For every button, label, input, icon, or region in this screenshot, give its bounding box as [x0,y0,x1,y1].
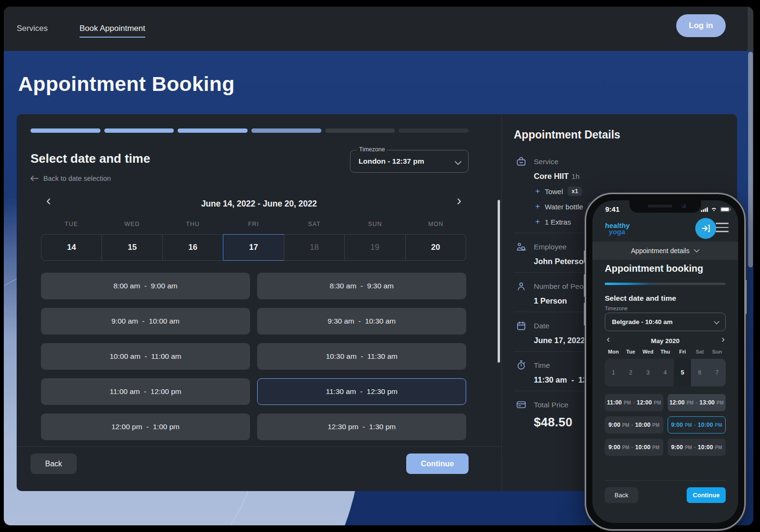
people-icon [516,281,527,292]
phone-timezone-value: Belgrade - 10:40 am [612,318,673,325]
phone-login-icon[interactable] [695,218,716,239]
wifi-icon [711,207,718,212]
phone-weekday-label: Fri [674,349,691,355]
page-scrollbar[interactable] [748,52,753,267]
chevron-down-icon [714,319,720,326]
timezone-select[interactable]: Timezone London - 12:37 pm [350,150,469,173]
phone-time-slot[interactable]: 9:00PM-10:00PM [668,416,726,433]
phone-clock: 9:41 [605,205,620,213]
login-button[interactable]: Log in [676,14,726,37]
phone-date-cell-6[interactable]: 6 [691,359,708,386]
weekday-label: THU [162,221,223,227]
phone-volume-down [584,303,586,325]
progress-segment [178,128,248,133]
phone-appointment-details-bar[interactable]: Appointment details [592,242,738,260]
phone-back-button[interactable]: Back [605,487,638,503]
service-duration: 1h [571,172,580,180]
page-title: Appointment Booking [18,72,235,96]
panel-scrollbar[interactable] [498,200,500,363]
phone-weekday-label: Sun [709,349,726,355]
time-slot[interactable]: 11:30 am - 12:30 pm [257,378,466,405]
date-cell-15[interactable]: 15 [101,235,162,260]
time-slot[interactable]: 8:30 am - 9:30 am [257,273,466,299]
phone-time-slot[interactable]: 12:00PM-13:00PM [668,394,726,411]
phone-weekday-label: Sat [691,349,708,355]
employee-icon [516,241,527,252]
nav-book-appointment[interactable]: Book Appointment [80,24,145,38]
details-value: Core HIIT1h [534,172,737,181]
arrow-left-icon [30,176,39,181]
progress-segment [30,128,100,133]
phone-date-cell-7[interactable]: 7 [709,359,726,386]
weekday-label: SAT [284,221,345,227]
time-slot[interactable]: 11:00 am - 12:00 pm [41,378,250,405]
phone-volume-up [584,274,586,297]
select-date-time-heading: Select date and time [30,151,150,166]
time-slot[interactable]: 12:00 pm - 1:00 pm [41,414,250,440]
phone-slot-grid: 11:00PM-12:00PM12:00PM-13:00PM9:00PM-10:… [605,394,726,456]
phone-date-cell-3[interactable]: 3 [640,359,657,386]
phone-camera [681,204,686,208]
phone-date-strip: 1234567 [605,359,726,386]
phone-date-cell-2[interactable]: 2 [622,359,639,386]
phone-progress-bar [605,283,726,285]
details-label: Time [534,361,550,370]
extra-name: Towel [545,187,563,196]
timezone-value: London - 12:37 pm [359,157,424,166]
time-slot[interactable]: 10:00 am - 11:00 am [41,343,250,370]
page-scrollbar-top [748,7,753,51]
phone-month-next[interactable]: › [721,334,725,345]
weekday-label: TUE [41,221,102,227]
phone-date-cell-4[interactable]: 4 [657,359,674,386]
healthy-yoga-logo: healthy yoga [604,223,630,235]
plus-icon: + [535,217,540,227]
phone-speaker [648,205,672,207]
nav-services[interactable]: Services [17,24,48,33]
plus-icon: + [535,187,540,196]
details-label: Employee [534,243,567,251]
date-strip: 14151617181920 [41,234,466,261]
phone-mute-switch [584,250,586,263]
time-slot[interactable]: 10:30 am - 11:30 am [257,343,466,370]
details-label: Service [534,158,559,166]
battery-icon [720,207,731,212]
date-cell-16[interactable]: 16 [162,235,223,260]
back-to-date-selection-link[interactable]: Back to date selection [30,175,111,182]
extra-qty-badge: x1 [568,187,582,196]
time-slot[interactable]: 8:00 am - 9:00 am [41,273,250,299]
service-icon [516,156,527,167]
phone-month-label: May 2020 [605,337,726,345]
phone-time-slot[interactable]: 9:00PM-10:00PM [668,439,726,456]
weekday-label: MON [405,221,466,227]
hamburger-menu-icon[interactable] [716,223,729,235]
phone-time-slot[interactable]: 11:00PM-12:00PM [605,394,663,411]
chevron-down-icon [455,158,461,167]
continue-button[interactable]: Continue [406,453,469,474]
phone-date-cell-5[interactable]: 5 [674,359,691,386]
phone-date-cell-1[interactable]: 1 [605,359,622,386]
phone-weekday-row: MonTueWedThuFriSatSun [605,349,726,355]
date-time-panel: Select date and time Timezone London - 1… [17,114,501,491]
time-slot[interactable]: 12:30 pm - 1:30 pm [257,414,466,440]
date-cell-14[interactable]: 14 [41,235,101,260]
extra-name: Water bottle [545,203,583,211]
details-label: Date [534,322,550,330]
back-button[interactable]: Back [30,453,77,474]
date-cell-17[interactable]: 17 [223,235,283,260]
phone-continue-button[interactable]: Continue [687,487,726,503]
time-slot-grid: 8:00 am - 9:00 am8:30 am - 9:30 am9:00 a… [41,273,466,440]
weekday-label: SUN [345,221,406,227]
time-slot[interactable]: 9:30 am - 10:30 am [257,308,466,335]
phone-power-button [745,280,747,314]
time-slot[interactable]: 9:00 am - 10:00 am [41,308,250,335]
calendar-icon [516,320,527,331]
date-cell-20[interactable]: 20 [405,235,466,260]
back-link-label: Back to date selection [43,175,111,182]
phone-time-slot[interactable]: 9:00PM-10:00PM [605,416,663,433]
phone-time-slot[interactable]: 9:00PM-10:00PM [605,439,663,456]
week-next-button[interactable]: › [457,192,461,208]
phone-timezone-select[interactable]: Belgrade - 10:40 am [605,313,726,331]
stopwatch-icon [516,360,527,371]
phone-booking-title: Appointment booking [605,263,703,274]
progress-segment [251,128,321,133]
